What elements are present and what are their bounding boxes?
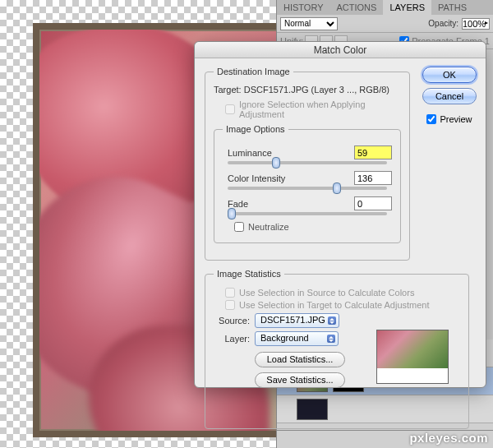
preview-image <box>377 330 448 368</box>
luminance-slider[interactable] <box>228 161 387 164</box>
tab-actions[interactable]: ACTIONS <box>330 0 384 15</box>
image-options-legend: Image Options <box>223 124 288 134</box>
image-statistics-group: Image Statistics Use Selection in Source… <box>205 269 469 429</box>
use-source-label: Use Selection in Source to Calculate Col… <box>239 288 414 298</box>
color-intensity-label: Color Intensity <box>223 173 313 183</box>
use-target-label: Use Selection in Target to Calculate Adj… <box>239 300 430 310</box>
source-label: Source: <box>214 316 250 326</box>
opacity-label: Opacity: <box>428 19 458 28</box>
load-statistics-button[interactable]: Load Statistics... <box>255 352 345 367</box>
save-statistics-button[interactable]: Save Statistics... <box>255 372 345 388</box>
use-source-checkbox <box>225 288 235 298</box>
source-select[interactable]: DSCF1571.JPG <box>255 313 339 328</box>
tab-paths[interactable]: PATHS <box>431 0 473 15</box>
cancel-button[interactable]: Cancel <box>422 88 477 104</box>
layer-label: Layer: <box>214 334 250 344</box>
neutralize-label: Neutralize <box>248 222 289 232</box>
target-label: Target: <box>214 85 242 95</box>
preview-label: Preview <box>440 114 472 124</box>
panel-tabs: HISTORY ACTIONS LAYERS PATHS <box>277 0 493 15</box>
ignore-selection-checkbox <box>225 104 235 114</box>
target-value: DSCF1571.JPG (Layer 3 ..., RGB/8) <box>244 85 389 95</box>
luminance-label: Luminance <box>223 148 313 158</box>
tab-history[interactable]: HISTORY <box>277 0 330 15</box>
match-color-dialog: Match Color OK Cancel Preview Destinatio… <box>194 41 486 388</box>
ignore-selection-label: Ignore Selection when Applying Adjustmen… <box>239 99 401 119</box>
layer-select[interactable]: Background <box>255 331 339 346</box>
tab-layers[interactable]: LAYERS <box>383 0 431 15</box>
destination-legend: Destination Image <box>214 67 293 76</box>
blend-mode-select[interactable]: Normal <box>280 17 338 30</box>
opacity-value[interactable]: 100% <box>462 18 490 30</box>
fade-input[interactable] <box>354 196 392 210</box>
neutralize-checkbox[interactable] <box>234 222 244 232</box>
image-options-group: Image Options Luminance Color Intensity … <box>214 124 401 243</box>
destination-image-group: Destination Image Target: DSCF1571.JPG (… <box>205 67 410 261</box>
dialog-title: Match Color <box>195 42 486 58</box>
fade-label: Fade <box>223 199 313 209</box>
color-intensity-slider[interactable] <box>228 187 387 190</box>
use-target-checkbox <box>225 300 235 310</box>
watermark: pxleyes.com <box>409 431 488 445</box>
statistics-preview <box>376 330 449 384</box>
preview-checkbox[interactable] <box>426 114 436 124</box>
ok-button[interactable]: OK <box>422 67 477 83</box>
fade-slider[interactable] <box>228 212 387 215</box>
luminance-input[interactable] <box>354 145 392 159</box>
color-intensity-input[interactable] <box>354 171 392 185</box>
statistics-legend: Image Statistics <box>214 269 284 279</box>
